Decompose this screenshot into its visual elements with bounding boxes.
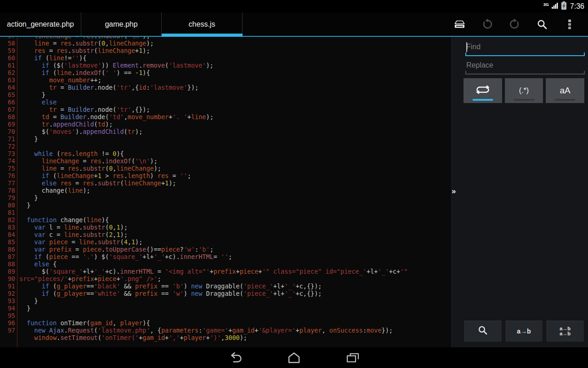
line-number: 89 — [0, 268, 17, 275]
code-row: 85 var piece = line.substr(4,1); — [0, 238, 450, 246]
code-row: 96 function onTimer(gam_id, player){ — [0, 319, 450, 327]
match-case-toggle[interactable]: aA — [546, 78, 584, 103]
code-row: 67 tr = Builder.node('tr',{}); — [0, 106, 450, 113]
code-row: 83 var l = line.substr(0,1); — [0, 224, 450, 231]
line-number: 64 — [0, 84, 17, 91]
line-number: 70 — [0, 128, 17, 135]
replace-field-wrap — [465, 59, 585, 77]
tab-bar: action_generate.php game.php chess.js — [0, 12, 588, 37]
code-row: 86 var prefix = piece.toUpperCase()==pie… — [0, 246, 450, 253]
code-row: 88 else { — [0, 260, 450, 268]
code-row: 76 if (lineChange+1 > res.length) res = … — [0, 172, 450, 179]
chevron-right-icon: » — [452, 187, 456, 196]
loop-icon — [474, 84, 492, 98]
line-number: 81 — [0, 209, 17, 216]
line-number: 95 — [0, 312, 17, 319]
code-row: 60 if (line!=''){ — [0, 54, 450, 62]
line-number: 71 — [0, 135, 17, 143]
code-row: 69 tr.appendChild(td); — [0, 121, 450, 128]
text-cursor — [466, 42, 467, 52]
overflow-menu-icon[interactable] — [560, 15, 579, 34]
find-replace-panel: (.*) aA » a→b a→b a→b — [450, 37, 588, 347]
line-number: 63 — [0, 76, 17, 84]
code-row: window.setTimeout('onTimer('+gam_id+','+… — [0, 334, 450, 341]
code-row: 80 } — [0, 201, 450, 209]
tab-chess-js[interactable]: chess.js — [162, 12, 243, 36]
code-row: 64 tr = Builder.node('tr',{id:'lastmove'… — [0, 84, 450, 91]
line-number: 68 — [0, 113, 17, 121]
replace-all-button[interactable]: a→b a→b — [546, 320, 584, 342]
code-row: 72 — [0, 143, 450, 150]
code-row: 62 if (line.indexOf(' ') == -1){ — [0, 69, 450, 76]
regex-toggle[interactable]: (.*) — [505, 78, 543, 103]
code-row: 90src="pieces/'+prefix+piece+'.png" />'; — [0, 275, 450, 282]
code-row: 79 } — [0, 194, 450, 201]
toggle-indicator — [473, 99, 493, 101]
line-number: 88 — [0, 260, 17, 268]
code-row: 59 res = res.substr(lineChange+1); — [0, 47, 450, 54]
find-underline — [465, 55, 585, 56]
status-bar: 3G 7:36 — [0, 0, 588, 12]
code-row: 93 } — [0, 297, 450, 305]
code-row: 81 — [0, 209, 450, 216]
editor-toolbar — [441, 12, 588, 36]
line-number: 75 — [0, 165, 17, 172]
undo-icon[interactable] — [478, 15, 496, 34]
line-number: 77 — [0, 179, 17, 187]
line-number: 73 — [0, 150, 17, 157]
code-row: 78 change(line); — [0, 187, 450, 194]
signal-strength-icon — [551, 2, 559, 11]
tab-action-generate-php[interactable]: action_generate.php — [0, 12, 81, 36]
save-icon[interactable] — [450, 15, 469, 34]
code-row: 91 if (g_player=='black' && prefix == 'b… — [0, 282, 450, 290]
gutter-separator — [17, 37, 17, 347]
clock: 7:36 — [569, 2, 586, 11]
line-number: 93 — [0, 297, 17, 305]
code-lines: 57 lineChange = res.indexOf('\n');58 lin… — [0, 37, 450, 341]
line-number: 72 — [0, 143, 17, 150]
search-icon[interactable] — [533, 15, 551, 34]
code-row: 84 var c = line.substr(2,1); — [0, 231, 450, 238]
code-row: 82 function change(line){ — [0, 216, 450, 224]
toggle-indicator — [514, 99, 534, 101]
back-icon[interactable] — [227, 351, 243, 365]
find-field-wrap — [465, 40, 585, 59]
code-editor[interactable]: 57 lineChange = res.indexOf('\n');58 lin… — [0, 37, 450, 347]
line-number: 79 — [0, 194, 17, 201]
line-number: 87 — [0, 253, 17, 260]
search-icon — [477, 325, 488, 338]
line-number: 91 — [0, 282, 17, 290]
line-number — [0, 334, 17, 341]
home-icon[interactable] — [286, 351, 302, 365]
replace-input[interactable] — [465, 59, 587, 72]
line-number: 74 — [0, 157, 17, 165]
line-number: 78 — [0, 187, 17, 194]
line-number: 94 — [0, 305, 17, 312]
android-nav-bar — [0, 347, 588, 368]
line-number: 92 — [0, 290, 17, 297]
line-number: 66 — [0, 98, 17, 106]
line-number: 84 — [0, 231, 17, 238]
code-row: 65 } — [0, 91, 450, 98]
code-row: 94 } — [0, 305, 450, 312]
network-type-label: 3G — [543, 2, 549, 7]
find-next-button[interactable] — [464, 320, 502, 342]
code-row: 95 — [0, 312, 450, 319]
line-number: 86 — [0, 246, 17, 253]
code-row: 66 else — [0, 98, 450, 106]
recents-icon[interactable] — [345, 351, 361, 365]
line-number: 85 — [0, 238, 17, 246]
tab-game-php[interactable]: game.php — [81, 12, 162, 36]
code-row: 77 else res = res.substr(lineChange+1); — [0, 179, 450, 187]
redo-icon[interactable] — [505, 15, 524, 34]
code-row: 68 td = Builder.node('td',move_number+'.… — [0, 113, 450, 121]
code-row: 58 line = res.substr(0,lineChange); — [0, 40, 450, 47]
collapse-panel-handle[interactable]: » — [452, 186, 460, 197]
line-number: 59 — [0, 47, 17, 54]
find-input[interactable] — [465, 40, 587, 53]
code-row: 73 while (res.length != 0){ — [0, 150, 450, 157]
replace-button[interactable]: a→b — [505, 320, 543, 342]
wrap-around-toggle[interactable] — [464, 78, 502, 103]
line-number: 62 — [0, 69, 17, 76]
find-actions-row: a→b a→b a→b — [464, 320, 584, 342]
